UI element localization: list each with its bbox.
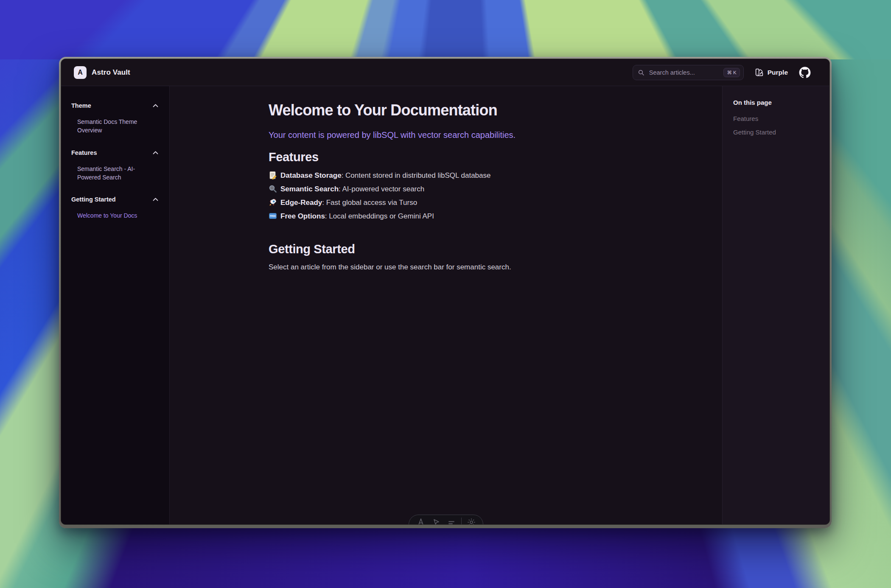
- getting-started-heading: Getting Started: [269, 242, 623, 256]
- features-list: Database Storage: Content stored in dist…: [269, 171, 623, 221]
- inspect-arrow-icon: [431, 518, 441, 524]
- magnifying-glass-emoji: [269, 185, 277, 193]
- dev-toolbar-menu-button[interactable]: [415, 518, 427, 524]
- feature-item-edge-ready: Edge-Ready: Fast global access via Turso: [269, 198, 623, 207]
- sidebar-section-theme: Theme Semantic Docs Theme Overview: [71, 102, 158, 135]
- site-header: A Astro Vault ⌘ K: [61, 59, 829, 86]
- memo-emoji: [269, 171, 277, 179]
- dev-toolbar-audit-button[interactable]: [445, 518, 458, 524]
- search-shortcut-badge: ⌘ K: [723, 68, 740, 77]
- sidebar-section-label: Features: [71, 149, 97, 156]
- site-logo[interactable]: A: [74, 66, 87, 79]
- desktop-wallpaper-rays: [0, 0, 891, 59]
- toc-link-getting-started[interactable]: Getting Started: [733, 129, 821, 136]
- feature-label: Database Storage: [280, 171, 342, 179]
- feature-text: : Content stored in distributed libSQL d…: [342, 171, 491, 179]
- page-columns: Theme Semantic Docs Theme Overview Featu…: [61, 86, 829, 524]
- free-badge-text: FREE: [270, 215, 276, 217]
- feature-label: Edge-Ready: [280, 199, 322, 207]
- rocket-emoji: [269, 198, 277, 207]
- app-window-body: A Astro Vault ⌘ K: [61, 59, 829, 524]
- sidebar-link-semantic-search[interactable]: Semantic Search - AI-Powered Search: [71, 165, 158, 182]
- audit-icon: [447, 518, 456, 524]
- feature-text: : Fast global access via Turso: [322, 199, 417, 207]
- dev-toolbar-inspect-button[interactable]: [430, 518, 443, 524]
- feature-item-semantic-search: Semantic Search: AI-powered vector searc…: [269, 185, 623, 194]
- github-icon: [799, 67, 811, 78]
- free-emoji: FREE: [269, 212, 277, 220]
- site-title[interactable]: Astro Vault: [92, 68, 130, 77]
- page-intro: Your content is powered by libSQL with v…: [269, 130, 623, 140]
- app-window: A Astro Vault ⌘ K: [59, 57, 832, 528]
- feature-text: : Local embeddings or Gemini API: [325, 212, 434, 220]
- search-icon: [638, 69, 644, 76]
- on-this-page-panel: On this page Features Getting Started: [722, 86, 829, 524]
- search-bar[interactable]: ⌘ K: [633, 65, 744, 80]
- feature-item-free-options: FREE Free Options: Local embeddings or G…: [269, 212, 623, 221]
- chevron-up-icon: [153, 151, 158, 154]
- dev-toolbar: [409, 515, 483, 524]
- feature-label: Semantic Search: [280, 185, 339, 193]
- settings-gear-icon: [467, 518, 476, 524]
- desktop: A Astro Vault ⌘ K: [0, 0, 891, 588]
- site-logo-letter: A: [78, 69, 83, 76]
- sidebar-section-features: Features Semantic Search - AI-Powered Se…: [71, 149, 158, 182]
- sidebar-section-theme-header[interactable]: Theme: [71, 102, 158, 109]
- github-link[interactable]: [799, 67, 811, 78]
- feature-label: Free Options: [280, 212, 325, 220]
- page-title: Welcome to Your Documentation: [269, 101, 623, 119]
- toc-link-features[interactable]: Features: [733, 115, 821, 122]
- sidebar-link-welcome-to-your-docs[interactable]: Welcome to Your Docs: [71, 211, 158, 220]
- sidebar-section-features-header[interactable]: Features: [71, 149, 158, 156]
- sidebar-section-label: Theme: [71, 102, 91, 109]
- sidebar-link-semantic-docs-theme-overview[interactable]: Semantic Docs Theme Overview: [71, 118, 158, 135]
- main-content: Welcome to Your Documentation Your conte…: [170, 86, 722, 524]
- feature-item-database-storage: Database Storage: Content stored in dist…: [269, 171, 623, 180]
- search-input[interactable]: [648, 69, 724, 76]
- sidebar-section-getting-started: Getting Started Welcome to Your Docs: [71, 196, 158, 220]
- chevron-up-icon: [153, 104, 158, 107]
- docs-sidebar: Theme Semantic Docs Theme Overview Featu…: [61, 86, 170, 524]
- theme-select-label: Purple: [768, 69, 788, 76]
- dev-toolbar-settings-button[interactable]: [465, 518, 478, 524]
- astro-logo-icon: [416, 518, 426, 524]
- chevron-up-icon: [153, 198, 158, 201]
- getting-started-paragraph: Select an article from the sidebar or us…: [269, 263, 623, 272]
- article: Welcome to Your Documentation Your conte…: [269, 86, 623, 272]
- sidebar-section-getting-started-header[interactable]: Getting Started: [71, 196, 158, 203]
- features-heading: Features: [269, 150, 623, 164]
- sidebar-section-label: Getting Started: [71, 196, 116, 203]
- feature-text: : AI-powered vector search: [339, 185, 424, 193]
- on-this-page-title: On this page: [733, 99, 821, 106]
- theme-select-button[interactable]: Purple: [755, 68, 788, 77]
- dev-toolbar-divider: [461, 518, 462, 524]
- swatch-book-icon: [755, 68, 764, 77]
